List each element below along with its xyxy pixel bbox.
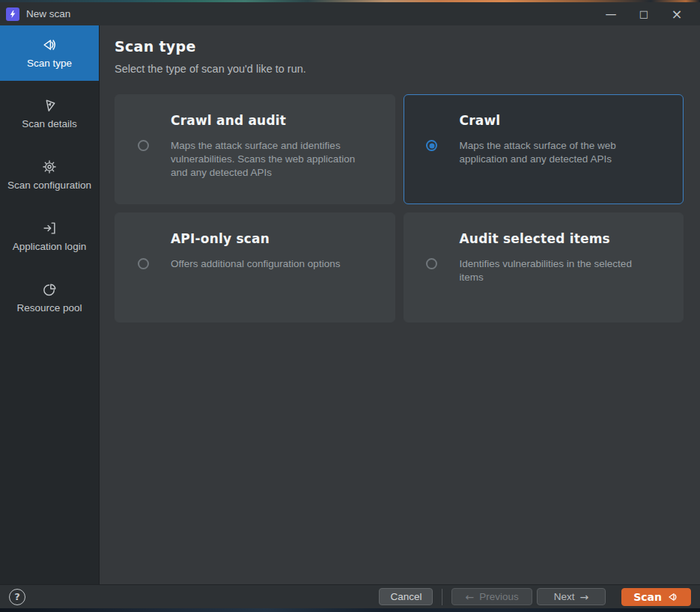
option-card-crawl[interactable]: Crawl Maps the attack surface of the web… — [404, 94, 684, 204]
option-card-audit-selected-items[interactable]: Audit selected items Identifies vulnerab… — [404, 212, 684, 322]
maximize-icon[interactable]: □ — [631, 4, 657, 24]
previous-button[interactable]: ← Previous — [451, 588, 532, 605]
right-arrow-icon: → — [579, 591, 588, 603]
left-arrow-icon: ← — [465, 591, 474, 603]
new-scan-window: New scan — □ × Scan type — [0, 2, 700, 608]
desktop-background-bottom — [0, 608, 700, 612]
scan-radar-icon — [41, 37, 58, 53]
option-title: API-only scan — [171, 231, 384, 246]
scan-type-options: Crawl and audit Maps the attack surface … — [115, 94, 684, 322]
radio-crawl-and-audit[interactable] — [138, 140, 149, 151]
option-title: Crawl — [460, 113, 673, 128]
titlebar: New scan — □ × — [0, 2, 700, 25]
sidebar-item-label: Application login — [13, 240, 86, 253]
cancel-button[interactable]: Cancel — [379, 588, 433, 605]
window-title: New scan — [26, 8, 70, 19]
sidebar-item-label: Scan details — [22, 117, 77, 130]
sidebar-item-label: Scan configuration — [7, 179, 91, 192]
details-tag-icon — [41, 97, 58, 114]
close-icon[interactable]: × — [664, 4, 690, 24]
option-title: Audit selected items — [460, 231, 673, 246]
page-subtitle: Select the type of scan you'd like to ru… — [115, 63, 684, 75]
pie-chart-icon — [41, 281, 58, 298]
radio-audit-selected-items[interactable] — [426, 258, 437, 269]
sidebar-item-resource-pool[interactable]: Resource pool — [0, 272, 99, 324]
footer-bar: ? Cancel ← Previous Next → Scan — [0, 584, 700, 608]
option-card-api-only-scan[interactable]: API-only scan Offers additional configur… — [115, 212, 395, 322]
wizard-steps-sidebar: Scan type Scan details — [0, 25, 100, 584]
radio-api-only-scan[interactable] — [138, 258, 149, 269]
footer-divider — [442, 589, 442, 605]
sidebar-item-scan-type[interactable]: Scan type — [0, 25, 99, 81]
minimize-icon[interactable]: — — [598, 4, 624, 24]
option-description: Maps the attack surface and identifies v… — [171, 139, 374, 180]
login-arrow-icon — [41, 220, 58, 236]
option-title: Crawl and audit — [171, 113, 384, 128]
scan-radar-icon — [667, 591, 679, 603]
option-description: Offers additional configuration options — [171, 257, 349, 271]
scan-button[interactable]: Scan — [621, 588, 691, 606]
sidebar-item-application-login[interactable]: Application login — [0, 210, 99, 263]
help-icon[interactable]: ? — [9, 589, 25, 605]
sidebar-item-label: Scan type — [27, 57, 72, 70]
option-card-crawl-and-audit[interactable]: Crawl and audit Maps the attack surface … — [115, 94, 395, 204]
radio-crawl[interactable] — [426, 140, 437, 151]
sidebar-item-label: Resource pool — [16, 302, 82, 314]
scan-type-panel: Scan type Select the type of scan you'd … — [100, 25, 700, 584]
option-description: Identifies vulnerabilities in the select… — [460, 257, 663, 284]
sidebar-item-scan-details[interactable]: Scan details — [0, 88, 99, 140]
sidebar-item-scan-configuration[interactable]: Scan configuration — [0, 149, 99, 201]
lightning-bolt-icon — [6, 7, 19, 21]
option-description: Maps the attack surface of the web appli… — [460, 139, 663, 166]
next-button[interactable]: Next → — [537, 588, 606, 605]
gear-icon — [41, 159, 58, 175]
page-title: Scan type — [115, 38, 684, 55]
